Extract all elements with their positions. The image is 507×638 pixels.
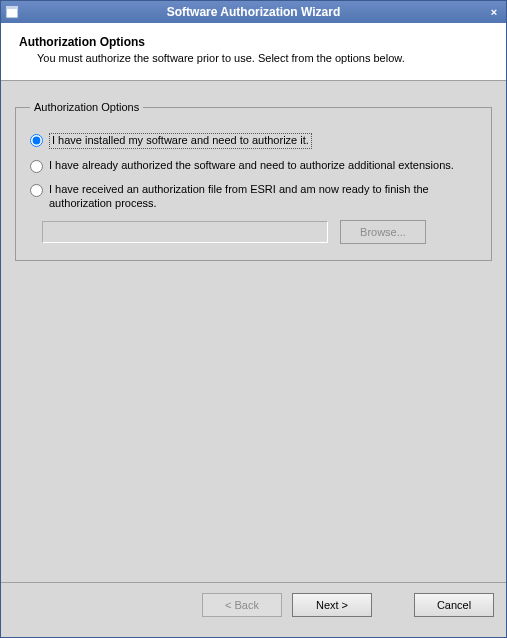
window-icon (5, 5, 19, 19)
radio-input-additional-extensions[interactable] (30, 160, 43, 173)
radio-option-additional-extensions[interactable]: I have already authorized the software a… (30, 159, 477, 173)
radio-label: I have installed my software and need to… (49, 133, 312, 149)
authorization-file-input (42, 221, 328, 243)
radio-option-install-authorize[interactable]: I have installed my software and need to… (30, 133, 477, 149)
back-button: < Back (202, 593, 282, 617)
group-legend: Authorization Options (30, 101, 143, 113)
footer-gap (382, 593, 404, 617)
cancel-button[interactable]: Cancel (414, 593, 494, 617)
close-icon[interactable]: × (486, 4, 502, 20)
radio-label: I have received an authorization file fr… (49, 183, 477, 211)
titlebar: Software Authorization Wizard × (1, 1, 506, 23)
browse-button: Browse... (340, 220, 426, 244)
page-subtitle: You must authorize the software prior to… (37, 52, 488, 64)
radio-input-install-authorize[interactable] (30, 134, 43, 147)
radio-label: I have already authorized the software a… (49, 159, 454, 173)
wizard-body: Authorization Options I have installed m… (1, 81, 506, 582)
wizard-header: Authorization Options You must authorize… (1, 23, 506, 81)
next-button[interactable]: Next > (292, 593, 372, 617)
wizard-window: Software Authorization Wizard × Authoriz… (0, 0, 507, 638)
radio-option-received-file[interactable]: I have received an authorization file fr… (30, 183, 477, 211)
authorization-file-row: Browse... (42, 220, 477, 244)
radio-input-received-file[interactable] (30, 184, 43, 197)
svg-rect-1 (6, 6, 18, 9)
window-title: Software Authorization Wizard (1, 5, 506, 19)
authorization-options-group: Authorization Options I have installed m… (15, 101, 492, 261)
page-title: Authorization Options (19, 35, 488, 49)
wizard-footer: < Back Next > Cancel (1, 582, 506, 637)
